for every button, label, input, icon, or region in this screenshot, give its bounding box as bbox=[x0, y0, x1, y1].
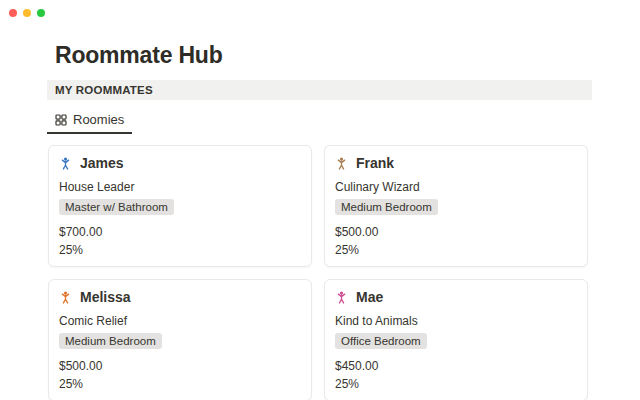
roommate-card-grid: James House Leader Master w/ Bathroom $7… bbox=[48, 145, 592, 400]
card-name-row: Melissa bbox=[59, 288, 301, 306]
room-tag: Master w/ Bathroom bbox=[59, 199, 174, 215]
person-icon bbox=[335, 291, 348, 304]
room-tag: Office Bedroom bbox=[335, 333, 427, 349]
person-icon bbox=[59, 157, 72, 170]
person-icon bbox=[335, 157, 348, 170]
tab-roomies-label: Roomies bbox=[73, 112, 124, 127]
spray-bottle-icon bbox=[59, 266, 70, 268]
task-item: Vacuum bbox=[154, 265, 210, 267]
rent-amount: $450.00 bbox=[335, 359, 577, 374]
roommate-name: James bbox=[80, 155, 124, 171]
roommate-role: Comic Relief bbox=[59, 314, 301, 329]
roommate-role: House Leader bbox=[59, 180, 301, 195]
task-label: Vacuum bbox=[169, 265, 210, 267]
card-name-row: Mae bbox=[335, 288, 577, 306]
rent-amount: $500.00 bbox=[335, 225, 577, 240]
close-window-button[interactable] bbox=[9, 9, 17, 17]
task-label: Prune Shrubs bbox=[233, 265, 303, 267]
task-item: Cook Friday night dinn bbox=[528, 265, 586, 267]
leaf-icon bbox=[218, 266, 229, 268]
minimize-window-button[interactable] bbox=[23, 9, 31, 17]
roommate-card[interactable]: Melissa Comic Relief Medium Bedroom $500… bbox=[48, 279, 312, 400]
roommate-name: Frank bbox=[356, 155, 394, 171]
rent-amount: $700.00 bbox=[59, 225, 301, 240]
task-list: Clean KitchenVacuumPrune Shrubs bbox=[59, 265, 310, 267]
zoom-window-button[interactable] bbox=[37, 9, 45, 17]
cart-icon bbox=[432, 266, 443, 268]
split-percentage: 25% bbox=[335, 243, 577, 258]
roommate-card[interactable]: Frank Culinary Wizard Medium Bedroom $50… bbox=[324, 145, 588, 267]
broom-icon bbox=[154, 266, 165, 268]
task-label: Clean Kitchen bbox=[74, 265, 146, 267]
task-item: Prune Shrubs bbox=[218, 265, 303, 267]
task-item: Buy Groceries bbox=[432, 265, 520, 267]
card-name-row: James bbox=[59, 154, 301, 172]
roommate-name: Melissa bbox=[80, 289, 131, 305]
split-percentage: 25% bbox=[59, 377, 301, 392]
app-window: Roommate Hub MY ROOMMATES Roomies James … bbox=[0, 0, 640, 400]
rent-amount: $500.00 bbox=[59, 359, 301, 374]
page-title: Roommate Hub bbox=[55, 44, 592, 67]
split-percentage: 25% bbox=[335, 377, 577, 392]
person-icon bbox=[59, 291, 72, 304]
task-item: Mow the Lawn bbox=[335, 265, 424, 267]
section-banner-label: MY ROOMMATES bbox=[55, 84, 153, 96]
roommate-role: Culinary Wizard bbox=[335, 180, 577, 195]
task-label: Mow the Lawn bbox=[350, 265, 424, 267]
section-banner: MY ROOMMATES bbox=[47, 80, 592, 100]
bread-icon bbox=[528, 266, 539, 268]
room-tag: Medium Bedroom bbox=[335, 199, 438, 215]
view-tab-bar: Roomies bbox=[55, 110, 592, 134]
task-label: Buy Groceries bbox=[447, 265, 520, 267]
card-name-row: Frank bbox=[335, 154, 577, 172]
split-percentage: 25% bbox=[59, 243, 301, 258]
gallery-icon bbox=[55, 114, 67, 126]
window-controls bbox=[9, 9, 45, 17]
tab-roomies[interactable]: Roomies bbox=[47, 110, 132, 134]
roommate-name: Mae bbox=[356, 289, 383, 305]
leaf-icon bbox=[335, 266, 346, 268]
room-tag: Medium Bedroom bbox=[59, 333, 162, 349]
task-item: Clean Kitchen bbox=[59, 265, 146, 267]
task-list: Mow the LawnBuy GroceriesCook Friday nig… bbox=[335, 265, 586, 267]
roommate-role: Kind to Animals bbox=[335, 314, 577, 329]
task-label: Cook Friday night dinn bbox=[543, 265, 586, 267]
roommate-card[interactable]: James House Leader Master w/ Bathroom $7… bbox=[48, 145, 312, 267]
page: Roommate Hub MY ROOMMATES Roomies James … bbox=[0, 0, 640, 400]
roommate-card[interactable]: Mae Kind to Animals Office Bedroom $450.… bbox=[324, 279, 588, 400]
